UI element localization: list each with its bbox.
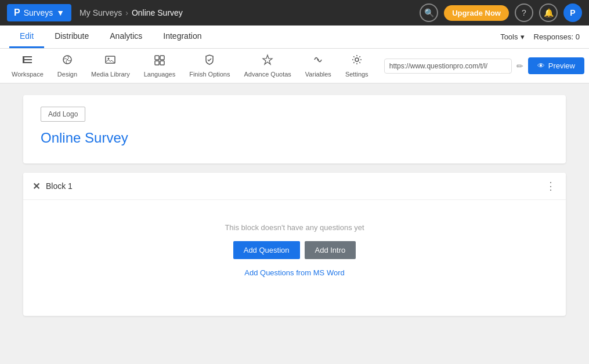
workspace-icon [21,54,33,68]
advance-quotas-label: Advance Quotas [244,71,291,78]
tools-label: Tools [500,32,518,41]
toolbar-workspace[interactable]: Workspace [5,50,50,81]
media-library-icon [104,54,116,68]
variables-label: Variables [305,71,331,78]
p-logo: P [14,8,20,18]
toolbar-variables[interactable]: Variables [298,50,338,81]
breadcrumb-my-surveys[interactable]: My Surveys [80,8,122,17]
toolbar-advance-quotas[interactable]: Advance Quotas [237,50,298,81]
dropdown-arrow-icon: ▼ [56,8,64,17]
media-library-label: Media Library [91,71,130,78]
svg-rect-8 [160,56,164,60]
finish-options-label: Finish Options [189,71,230,78]
block-body: This block doesn't have any questions ye… [23,200,566,316]
block-header: ✕ Block 1 ⋮ [23,173,566,200]
tab-integration[interactable]: Integration [153,26,212,48]
svg-rect-3 [23,56,24,63]
block-header-left: ✕ Block 1 [32,181,73,192]
user-avatar[interactable]: P [563,3,582,22]
breadcrumb: My Surveys › Online Survey [80,8,183,17]
secondary-nav: Edit Distribute Analytics Integration To… [0,26,589,49]
tools-button[interactable]: Tools ▾ [500,32,524,41]
toolbar-right: ✏ 👁 Preview [384,57,584,74]
add-ms-word-link[interactable]: Add Questions from MS Word [244,268,344,277]
tab-edit[interactable]: Edit [9,26,44,48]
survey-header-card: Add Logo Online Survey [23,95,566,163]
surveys-dropdown-btn[interactable]: P Surveys ▼ [7,4,71,21]
search-button[interactable]: 🔍 [420,3,438,22]
preview-button[interactable]: 👁 Preview [528,57,584,74]
block-actions: Add Question Add Intro [233,241,356,259]
breadcrumb-current: Online Survey [132,8,183,17]
svg-rect-7 [155,56,159,60]
secondary-nav-tabs: Edit Distribute Analytics Integration [9,26,212,48]
languages-label: Languages [144,71,175,78]
tab-distribute[interactable]: Distribute [44,26,99,48]
breadcrumb-separator: › [125,8,128,17]
surveys-label: Surveys [24,8,53,17]
toolbar-languages[interactable]: Languages [137,50,182,81]
empty-block-text: This block doesn't have any questions ye… [225,223,364,232]
edit-url-icon[interactable]: ✏ [516,61,523,71]
toolbar-settings[interactable]: Settings [338,50,375,81]
design-icon [62,54,73,68]
top-nav-bar: P Surveys ▼ My Surveys › Online Survey 🔍… [0,0,589,26]
toolbar-items: Workspace Design Media Library [5,50,375,81]
svg-point-6 [108,58,110,60]
notification-button[interactable]: 🔔 [539,3,558,22]
languages-icon [154,54,165,68]
search-icon: 🔍 [424,8,434,17]
toolbar: Workspace Design Media Library [0,49,589,83]
help-icon: ? [522,8,526,17]
advance-quotas-icon [262,54,273,68]
block-title: Block 1 [46,181,73,191]
preview-eye-icon: 👁 [537,61,545,70]
svg-point-12 [355,58,359,61]
workspace-label: Workspace [12,71,44,78]
survey-url-input[interactable] [384,59,512,74]
svg-rect-10 [160,61,164,65]
settings-label: Settings [345,71,368,78]
variables-icon [312,54,324,68]
secondary-nav-right: Tools ▾ Responses: 0 [500,32,580,41]
design-label: Design [57,71,77,78]
block-menu-icon[interactable]: ⋮ [545,180,557,192]
svg-rect-9 [155,61,159,65]
survey-title: Online Survey [41,130,548,146]
upgrade-now-button[interactable]: Upgrade Now [444,5,509,21]
finish-options-icon [204,54,215,68]
add-intro-button[interactable]: Add Intro [305,241,356,259]
main-content: Add Logo Online Survey ✕ Block 1 ⋮ This … [0,83,589,364]
tools-arrow-icon: ▾ [521,32,525,41]
preview-label: Preview [548,61,575,70]
add-logo-button[interactable]: Add Logo [41,107,85,122]
top-nav-right: 🔍 Upgrade Now ? 🔔 P [420,3,582,22]
user-initial: P [570,8,575,17]
toolbar-design[interactable]: Design [50,50,84,81]
svg-point-11 [317,59,319,61]
top-nav-left: P Surveys ▼ My Surveys › Online Survey [7,4,183,21]
collapse-block-icon[interactable]: ✕ [32,181,40,192]
block-card: ✕ Block 1 ⋮ This block doesn't have any … [23,173,566,316]
add-question-button[interactable]: Add Question [233,241,300,259]
help-button[interactable]: ? [515,3,533,22]
responses-count: Responses: 0 [534,32,580,41]
toolbar-media-library[interactable]: Media Library [84,50,137,81]
settings-icon [351,54,363,68]
tab-analytics[interactable]: Analytics [99,26,153,48]
toolbar-finish-options[interactable]: Finish Options [182,50,237,81]
notification-icon: 🔔 [544,8,554,17]
